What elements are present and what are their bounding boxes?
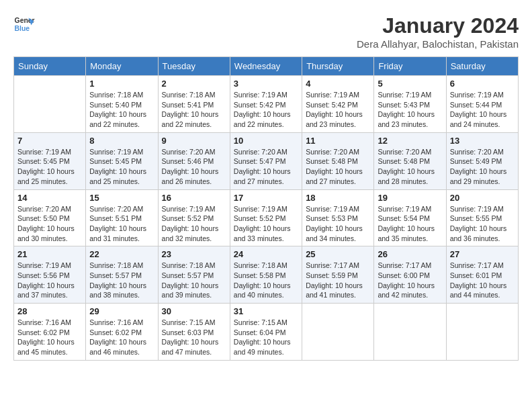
calendar-cell: 19Sunrise: 7:19 AMSunset: 5:54 PMDayligh… xyxy=(374,189,446,246)
day-number: 7 xyxy=(17,136,82,146)
day-number: 2 xyxy=(162,79,226,89)
day-detail: Sunrise: 7:19 AMSunset: 5:52 PMDaylight:… xyxy=(162,204,226,244)
calendar-cell: 16Sunrise: 7:19 AMSunset: 5:52 PMDayligh… xyxy=(158,189,230,246)
day-detail: Sunrise: 7:20 AMSunset: 5:47 PMDaylight:… xyxy=(234,147,298,187)
day-number: 28 xyxy=(17,306,82,316)
day-number: 23 xyxy=(162,249,226,259)
calendar-cell: 23Sunrise: 7:18 AMSunset: 5:57 PMDayligh… xyxy=(158,246,230,304)
day-detail: Sunrise: 7:19 AMSunset: 5:43 PMDaylight:… xyxy=(378,90,442,130)
day-detail: Sunrise: 7:20 AMSunset: 5:49 PMDaylight:… xyxy=(450,147,515,187)
calendar-cell: 25Sunrise: 7:17 AMSunset: 5:59 PMDayligh… xyxy=(302,246,374,304)
day-detail: Sunrise: 7:16 AMSunset: 6:02 PMDaylight:… xyxy=(89,318,154,357)
day-number: 5 xyxy=(378,79,442,89)
calendar-cell: 28Sunrise: 7:16 AMSunset: 6:02 PMDayligh… xyxy=(14,304,86,361)
calendar-cell: 8Sunrise: 7:19 AMSunset: 5:45 PMDaylight… xyxy=(86,132,158,189)
day-detail: Sunrise: 7:19 AMSunset: 5:55 PMDaylight:… xyxy=(450,204,515,244)
day-number: 14 xyxy=(17,193,82,203)
calendar-cell: 1Sunrise: 7:18 AMSunset: 5:40 PMDaylight… xyxy=(86,76,158,133)
calendar-cell: 15Sunrise: 7:20 AMSunset: 5:51 PMDayligh… xyxy=(86,189,158,246)
calendar-table: SundayMondayTuesdayWednesdayThursdayFrid… xyxy=(13,56,519,361)
day-detail: Sunrise: 7:20 AMSunset: 5:50 PMDaylight:… xyxy=(17,204,82,244)
month-title: January 2024 xyxy=(357,13,519,38)
calendar-cell xyxy=(14,76,86,133)
calendar-cell xyxy=(446,304,518,361)
calendar-day-header: Thursday xyxy=(302,57,374,76)
day-number: 4 xyxy=(306,79,370,89)
calendar-cell xyxy=(374,304,446,361)
calendar-day-header: Tuesday xyxy=(158,57,230,76)
day-number: 18 xyxy=(306,193,370,203)
day-number: 20 xyxy=(450,193,515,203)
calendar-cell: 3Sunrise: 7:19 AMSunset: 5:42 PMDaylight… xyxy=(230,76,302,133)
day-detail: Sunrise: 7:20 AMSunset: 5:48 PMDaylight:… xyxy=(306,147,370,187)
day-number: 24 xyxy=(234,249,298,259)
day-number: 12 xyxy=(378,136,442,146)
day-detail: Sunrise: 7:19 AMSunset: 5:53 PMDaylight:… xyxy=(306,204,370,244)
day-number: 1 xyxy=(89,79,154,89)
calendar-week-row: 28Sunrise: 7:16 AMSunset: 6:02 PMDayligh… xyxy=(14,304,519,361)
day-number: 29 xyxy=(89,306,154,316)
day-number: 25 xyxy=(306,249,370,259)
day-detail: Sunrise: 7:15 AMSunset: 6:04 PMDaylight:… xyxy=(234,318,298,357)
calendar-day-header: Sunday xyxy=(14,57,86,76)
location-title: Dera Allahyar, Balochistan, Pakistan xyxy=(357,38,519,50)
day-detail: Sunrise: 7:18 AMSunset: 5:58 PMDaylight:… xyxy=(234,261,298,300)
calendar-cell: 21Sunrise: 7:19 AMSunset: 5:56 PMDayligh… xyxy=(14,246,86,304)
calendar-cell: 29Sunrise: 7:16 AMSunset: 6:02 PMDayligh… xyxy=(86,304,158,361)
day-detail: Sunrise: 7:18 AMSunset: 5:41 PMDaylight:… xyxy=(162,90,226,130)
day-detail: Sunrise: 7:17 AMSunset: 5:59 PMDaylight:… xyxy=(306,261,370,300)
day-detail: Sunrise: 7:18 AMSunset: 5:57 PMDaylight:… xyxy=(89,261,154,300)
calendar-cell: 27Sunrise: 7:17 AMSunset: 6:01 PMDayligh… xyxy=(446,246,518,304)
day-detail: Sunrise: 7:19 AMSunset: 5:56 PMDaylight:… xyxy=(17,261,82,300)
day-detail: Sunrise: 7:19 AMSunset: 5:52 PMDaylight:… xyxy=(234,204,298,244)
day-detail: Sunrise: 7:20 AMSunset: 5:48 PMDaylight:… xyxy=(378,147,442,187)
day-detail: Sunrise: 7:19 AMSunset: 5:42 PMDaylight:… xyxy=(234,90,298,130)
day-number: 30 xyxy=(162,306,226,316)
calendar-cell: 4Sunrise: 7:19 AMSunset: 5:42 PMDaylight… xyxy=(302,76,374,133)
calendar-cell: 7Sunrise: 7:19 AMSunset: 5:45 PMDaylight… xyxy=(14,132,86,189)
calendar-cell: 2Sunrise: 7:18 AMSunset: 5:41 PMDaylight… xyxy=(158,76,230,133)
day-detail: Sunrise: 7:19 AMSunset: 5:45 PMDaylight:… xyxy=(89,147,154,187)
calendar-header-row: SundayMondayTuesdayWednesdayThursdayFrid… xyxy=(14,57,519,76)
day-detail: Sunrise: 7:20 AMSunset: 5:46 PMDaylight:… xyxy=(162,147,226,187)
day-detail: Sunrise: 7:18 AMSunset: 5:57 PMDaylight:… xyxy=(162,261,226,300)
day-detail: Sunrise: 7:18 AMSunset: 5:40 PMDaylight:… xyxy=(89,90,154,130)
day-detail: Sunrise: 7:19 AMSunset: 5:45 PMDaylight:… xyxy=(17,147,82,187)
calendar-cell: 13Sunrise: 7:20 AMSunset: 5:49 PMDayligh… xyxy=(446,132,518,189)
calendar-cell: 30Sunrise: 7:15 AMSunset: 6:03 PMDayligh… xyxy=(158,304,230,361)
day-number: 19 xyxy=(378,193,442,203)
day-number: 17 xyxy=(234,193,298,203)
calendar-day-header: Saturday xyxy=(446,57,518,76)
calendar-cell: 20Sunrise: 7:19 AMSunset: 5:55 PMDayligh… xyxy=(446,189,518,246)
calendar-cell: 14Sunrise: 7:20 AMSunset: 5:50 PMDayligh… xyxy=(14,189,86,246)
logo: General Blue xyxy=(13,13,35,35)
day-number: 13 xyxy=(450,136,515,146)
calendar-cell: 6Sunrise: 7:19 AMSunset: 5:44 PMDaylight… xyxy=(446,76,518,133)
calendar-cell: 24Sunrise: 7:18 AMSunset: 5:58 PMDayligh… xyxy=(230,246,302,304)
calendar-cell: 18Sunrise: 7:19 AMSunset: 5:53 PMDayligh… xyxy=(302,189,374,246)
day-number: 10 xyxy=(234,136,298,146)
day-number: 21 xyxy=(17,249,82,259)
calendar-cell xyxy=(302,304,374,361)
calendar-week-row: 7Sunrise: 7:19 AMSunset: 5:45 PMDaylight… xyxy=(14,132,519,189)
day-number: 9 xyxy=(162,136,226,146)
calendar-cell: 10Sunrise: 7:20 AMSunset: 5:47 PMDayligh… xyxy=(230,132,302,189)
calendar-week-row: 14Sunrise: 7:20 AMSunset: 5:50 PMDayligh… xyxy=(14,189,519,246)
calendar-day-header: Wednesday xyxy=(230,57,302,76)
day-detail: Sunrise: 7:17 AMSunset: 6:01 PMDaylight:… xyxy=(450,261,515,300)
calendar-day-header: Monday xyxy=(86,57,158,76)
day-number: 16 xyxy=(162,193,226,203)
calendar-cell: 31Sunrise: 7:15 AMSunset: 6:04 PMDayligh… xyxy=(230,304,302,361)
calendar-cell: 22Sunrise: 7:18 AMSunset: 5:57 PMDayligh… xyxy=(86,246,158,304)
calendar-cell: 26Sunrise: 7:17 AMSunset: 6:00 PMDayligh… xyxy=(374,246,446,304)
day-detail: Sunrise: 7:19 AMSunset: 5:42 PMDaylight:… xyxy=(306,90,370,130)
page-header: General Blue January 2024 Dera Allahyar,… xyxy=(13,13,519,50)
day-detail: Sunrise: 7:19 AMSunset: 5:54 PMDaylight:… xyxy=(378,204,442,244)
day-number: 6 xyxy=(450,79,515,89)
day-number: 3 xyxy=(234,79,298,89)
day-number: 27 xyxy=(450,249,515,259)
day-number: 11 xyxy=(306,136,370,146)
title-block: January 2024 Dera Allahyar, Balochistan,… xyxy=(357,13,519,50)
calendar-cell: 5Sunrise: 7:19 AMSunset: 5:43 PMDaylight… xyxy=(374,76,446,133)
day-number: 15 xyxy=(89,193,154,203)
